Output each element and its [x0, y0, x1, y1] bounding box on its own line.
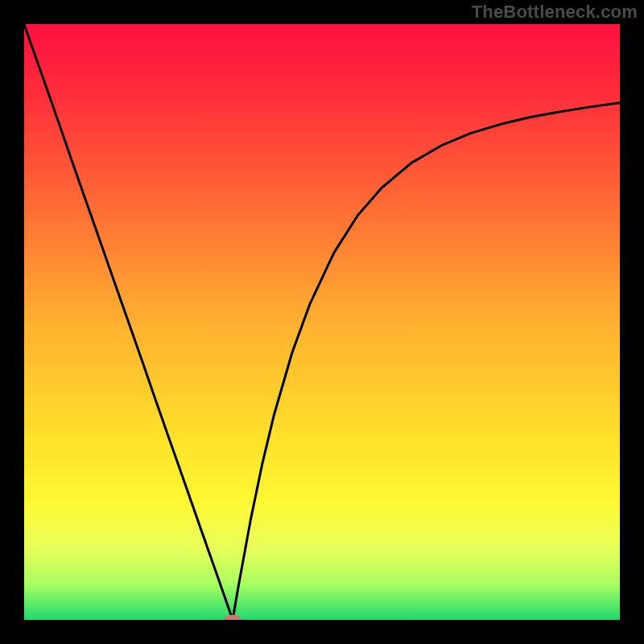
chart-frame: TheBottleneck.com	[0, 0, 644, 644]
gradient-background	[24, 24, 620, 620]
plot-area	[24, 24, 620, 620]
watermark-text: TheBottleneck.com	[472, 2, 638, 23]
plot-svg	[24, 24, 620, 620]
